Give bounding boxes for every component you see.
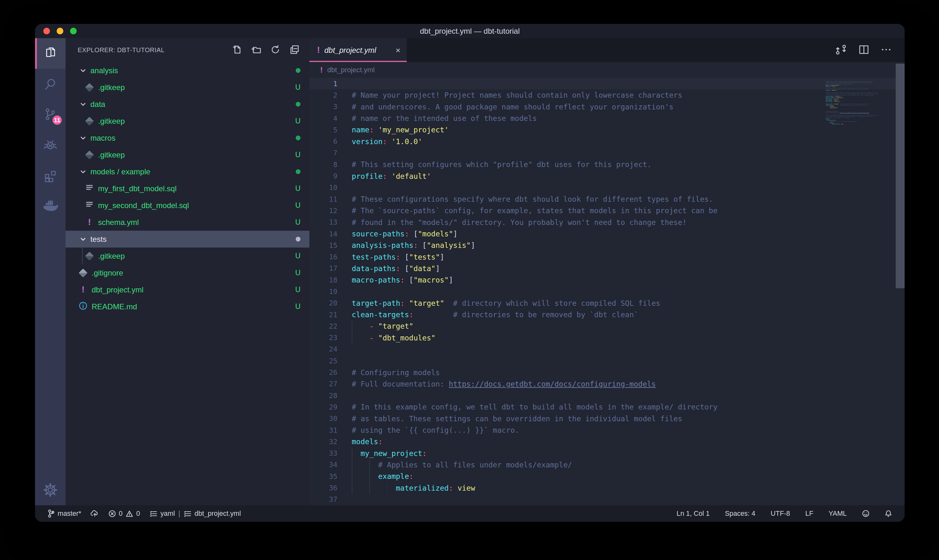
new-file-icon[interactable] — [232, 44, 243, 56]
code-editor[interactable]: 12# Name your project! Project names sho… — [309, 78, 905, 505]
indentation[interactable]: Spaces: 4 — [725, 510, 755, 518]
split-editor-icon[interactable] — [858, 44, 870, 57]
tree-row--gitkeep[interactable]: .gitkeepU — [66, 79, 309, 96]
code-line-10[interactable]: 10 — [309, 182, 905, 194]
feedback-smiley-icon[interactable] — [862, 510, 870, 517]
warning-count[interactable]: 0 — [136, 510, 140, 518]
sync-status[interactable] — [91, 510, 99, 517]
code-line-15[interactable]: 15analysis-paths: ["analysis"] — [309, 240, 905, 251]
tree-row--gitkeep[interactable]: .gitkeepU — [66, 112, 309, 129]
code-line-33[interactable]: 33 my_new_project: — [309, 448, 905, 459]
code-line-27[interactable]: 27# Full documentation: https://docs.get… — [309, 378, 905, 390]
eol-sequence[interactable]: LF — [805, 510, 813, 518]
tree-row-schema-yml[interactable]: !schema.ymlU — [66, 214, 309, 231]
close-tab-icon[interactable]: × — [396, 46, 400, 54]
encoding[interactable]: UTF-8 — [771, 510, 790, 518]
editor-scrollbar-thumb[interactable] — [896, 64, 905, 288]
line-content: # These configurations specify where dbt… — [352, 194, 713, 205]
code-line-34[interactable]: 34 # Applies to all files under models/e… — [309, 459, 905, 471]
linter-mode[interactable]: yaml | dbt_project.yml — [149, 510, 241, 518]
code-line-22[interactable]: 22 - "target" — [309, 320, 905, 332]
tree-row-my-first-dbt-model-sql[interactable]: my_first_dbt_model.sqlU — [66, 180, 309, 197]
code-line-32[interactable]: 32models: — [309, 436, 905, 448]
linter-mode-label[interactable]: yaml — [160, 510, 175, 518]
code-line-17[interactable]: 17data-paths: ["data"] — [309, 263, 905, 274]
breadcrumb[interactable]: ! dbt_project.yml — [309, 62, 905, 78]
checklist-icon — [184, 510, 192, 517]
tree-row-readme-md[interactable]: README.mdU — [66, 298, 309, 315]
refresh-explorer-icon[interactable] — [270, 44, 281, 56]
tree-row-dbt-project-yml[interactable]: !dbt_project.ymlU — [66, 281, 309, 298]
code-line-31[interactable]: 31# using the `{{ config(...) }}` macro. — [309, 425, 905, 436]
tree-row-macros[interactable]: macros — [66, 129, 309, 146]
activity-item-explorer[interactable] — [35, 38, 66, 69]
code-line-21[interactable]: 21clean-targets: # directories to be rem… — [309, 309, 905, 320]
collapse-folders-icon[interactable] — [289, 44, 300, 56]
code-line-8[interactable]: 8# This setting configures which "profil… — [309, 159, 905, 170]
code-line-37[interactable]: 37 — [309, 494, 905, 505]
tab-dbt-project-yml[interactable]: ! dbt_project.yml × — [309, 38, 407, 62]
activity-item-extensions[interactable] — [35, 160, 66, 191]
code-line-9[interactable]: 9profile: 'default' — [309, 170, 905, 182]
tree-item-label: .gitignore — [92, 269, 123, 277]
code-line-3[interactable]: 3# and underscores. A good package name … — [309, 101, 905, 112]
code-line-18[interactable]: 18macro-paths: ["macros"] — [309, 274, 905, 286]
activity-item-search[interactable] — [35, 69, 66, 99]
code-line-19[interactable]: 19 — [309, 286, 905, 297]
more-actions-icon[interactable] — [881, 44, 892, 57]
tree-row-data[interactable]: data — [66, 96, 309, 112]
tree-row--gitignore[interactable]: .gitignoreU — [66, 265, 309, 281]
code-line-16[interactable]: 16test-paths: ["tests"] — [309, 251, 905, 263]
activity-item-source-control[interactable]: 11 — [35, 99, 66, 130]
zoom-button[interactable] — [70, 28, 77, 34]
close-button[interactable] — [43, 28, 50, 34]
problems-status[interactable]: 0 0 — [109, 510, 140, 518]
code-line-35[interactable]: 35 example: — [309, 471, 905, 482]
code-line-11[interactable]: 11# These configurations specify where d… — [309, 194, 905, 205]
new-folder-icon[interactable] — [251, 44, 262, 56]
code-line-28[interactable]: 28 — [309, 390, 905, 401]
linter-file-label[interactable]: dbt_project.yml — [194, 510, 241, 518]
code-line-20[interactable]: 20target-path: "target" # directory whic… — [309, 297, 905, 309]
tree-row-models-example[interactable]: models / example — [66, 163, 309, 180]
code-line-14[interactable]: 14source-paths: ["models"] — [309, 228, 905, 240]
code-line-7[interactable]: 7 — [309, 147, 905, 159]
breadcrumb-file[interactable]: dbt_project.yml — [327, 66, 375, 74]
tree-row-tests[interactable]: tests — [66, 231, 309, 248]
line-content: # found in the "models/" directory. You … — [352, 217, 687, 228]
code-line-30[interactable]: 30# as tables. These settings can be ove… — [309, 413, 905, 425]
activity-item-docker[interactable] — [35, 191, 66, 222]
open-changes-icon[interactable] — [834, 43, 847, 57]
code-line-12[interactable]: 12# The `source-paths` config, for examp… — [309, 205, 905, 216]
code-line-26[interactable]: 26# Configuring models — [309, 366, 905, 378]
code-line-2[interactable]: 2# Name your project! Project names shou… — [309, 89, 905, 101]
code-line-36[interactable]: 36 materialized: view — [309, 482, 905, 494]
minimize-button[interactable] — [57, 28, 63, 34]
minimap[interactable]: # Name your project! Project names shoul… — [826, 80, 896, 505]
activity-item-settings[interactable] — [35, 475, 66, 505]
git-branch-status[interactable]: master* — [48, 509, 81, 518]
tree-item-label: models / example — [91, 168, 150, 176]
activity-bar: 11 — [35, 38, 66, 505]
tree-row--gitkeep[interactable]: .gitkeepU — [66, 248, 309, 265]
code-line-25[interactable]: 25 — [309, 355, 905, 366]
code-line-6[interactable]: 6version: '1.0.0' — [309, 135, 905, 147]
branch-name[interactable]: master* — [58, 510, 81, 518]
error-count[interactable]: 0 — [119, 510, 123, 518]
line-content: my_new_project: — [352, 448, 426, 459]
line-number: 13 — [309, 218, 337, 226]
code-line-5[interactable]: 5name: 'my_new_project' — [309, 124, 905, 135]
code-line-23[interactable]: 23 - "dbt_modules" — [309, 332, 905, 344]
tree-row-my-second-dbt-model-sql[interactable]: my_second_dbt_model.sqlU — [66, 197, 309, 214]
cursor-position[interactable]: Ln 1, Col 1 — [676, 510, 710, 518]
activity-item-run-and-debug[interactable] — [35, 130, 66, 160]
code-line-1[interactable]: 1 — [309, 78, 905, 89]
code-line-4[interactable]: 4# name or the intended use of these mod… — [309, 112, 905, 124]
code-line-29[interactable]: 29# In this example config, we tell dbt … — [309, 401, 905, 413]
tree-row-analysis[interactable]: analysis — [66, 62, 309, 79]
language-mode[interactable]: YAML — [828, 510, 847, 518]
notifications-bell-icon[interactable] — [885, 510, 892, 518]
code-line-13[interactable]: 13# found in the "models/" directory. Yo… — [309, 217, 905, 228]
tree-row--gitkeep[interactable]: .gitkeepU — [66, 146, 309, 163]
code-line-24[interactable]: 24 — [309, 344, 905, 355]
